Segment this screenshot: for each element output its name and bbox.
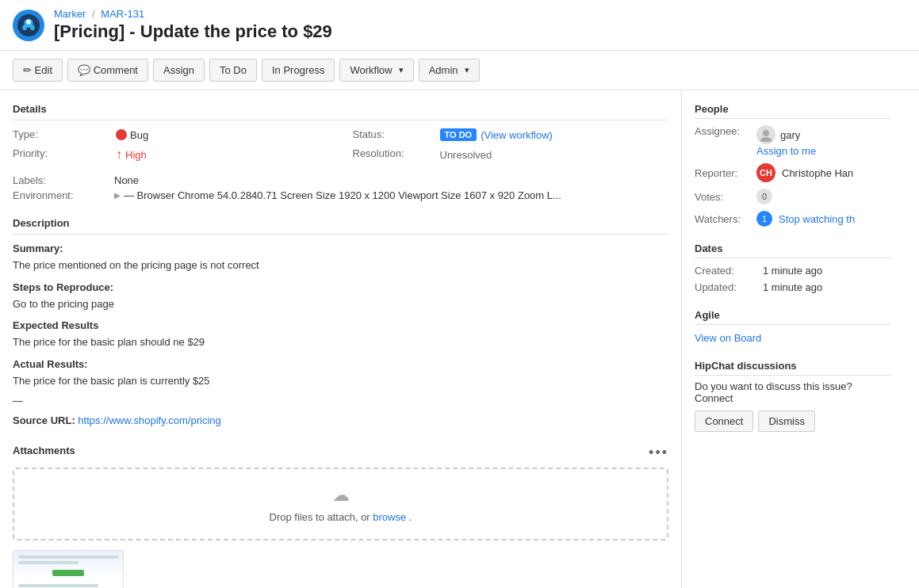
hipchat-section: HipChat discussions Do you want to discu… bbox=[695, 360, 891, 432]
attachment-thumbnail[interactable] bbox=[13, 550, 124, 589]
hipchat-dismiss-button[interactable]: Dismiss bbox=[758, 410, 815, 432]
browse-link[interactable]: browse bbox=[373, 511, 406, 523]
actual-label: Actual Results: bbox=[13, 358, 668, 370]
updated-label: Updated: bbox=[695, 281, 758, 293]
environment-value: ▶ — Browser Chrome 54.0.2840.71 Screen S… bbox=[114, 189, 668, 201]
attachments-more-button[interactable]: ••• bbox=[649, 445, 668, 461]
svg-point-4 bbox=[30, 25, 35, 30]
expected-text: The price for the basic plan should ne $… bbox=[13, 334, 668, 350]
type-text: Bug bbox=[130, 129, 148, 141]
view-workflow-link[interactable]: (View workflow) bbox=[481, 129, 553, 141]
reporter-avatar: CH bbox=[756, 163, 775, 182]
steps-label: Steps to Reproduce: bbox=[13, 281, 668, 293]
hipchat-text: Do you want to discuss this issue? Conne… bbox=[695, 380, 891, 404]
people-title: People bbox=[695, 103, 891, 119]
workflow-button[interactable]: Workflow bbox=[339, 59, 413, 82]
summary-label: Summary: bbox=[13, 242, 668, 254]
comment-button[interactable]: 💬 Comment bbox=[67, 59, 148, 82]
edit-button[interactable]: ✏ Edit bbox=[13, 59, 63, 82]
bug-icon bbox=[116, 129, 127, 140]
environment-label: Environment: bbox=[13, 189, 108, 201]
divider: — bbox=[13, 395, 668, 407]
breadcrumb-separator: / bbox=[92, 8, 95, 20]
steps-text: Go to the pricing page bbox=[13, 296, 668, 312]
watchers-label: Watchers: bbox=[695, 213, 750, 225]
hipchat-connect-button[interactable]: Connect bbox=[695, 410, 753, 432]
assignee-label: Assignee: bbox=[695, 125, 750, 137]
drop-suffix: . bbox=[409, 511, 412, 523]
drop-zone[interactable]: ☁ Drop files to attach, or browse . bbox=[13, 468, 668, 540]
dates-grid: Created: 1 minute ago Updated: 1 minute … bbox=[695, 265, 891, 293]
resolution-label: Resolution: bbox=[353, 147, 432, 162]
attachments-section: Attachments ••• ☁ Drop files to attach, … bbox=[13, 445, 668, 589]
environment-row: Environment: ▶ — Browser Chrome 54.0.284… bbox=[13, 189, 668, 201]
drop-text-label: Drop files to attach, or bbox=[270, 511, 370, 523]
votes-label: Votes: bbox=[695, 191, 750, 203]
reporter-name: Christophe Han bbox=[782, 167, 853, 179]
hipchat-buttons: Connect Dismiss bbox=[695, 410, 891, 432]
labels-label: Labels: bbox=[13, 174, 108, 186]
environment-text: — Browser Chrome 54.0.2840.71 Screen Siz… bbox=[124, 189, 561, 201]
priority-value: ↑ High bbox=[116, 147, 345, 162]
people-section: People Assignee: gary Assign to me Repor… bbox=[695, 103, 891, 227]
attachments-header: Attachments ••• bbox=[13, 445, 668, 461]
type-value: Bug bbox=[116, 128, 345, 141]
view-on-board-link[interactable]: View on Board bbox=[695, 332, 761, 344]
expected-label: Expected Results bbox=[13, 319, 668, 331]
breadcrumb-issue-id[interactable]: MAR-131 bbox=[101, 8, 144, 20]
breadcrumb-project[interactable]: Marker bbox=[54, 8, 86, 20]
attachments-title: Attachments bbox=[13, 445, 75, 461]
stop-watching-link[interactable]: Stop watching th bbox=[779, 213, 855, 225]
details-section: Details Type: Bug Status: TO DO (View wo… bbox=[13, 103, 668, 201]
svg-point-2 bbox=[26, 20, 31, 25]
assign-to-me-link[interactable]: Assign to me bbox=[756, 145, 816, 157]
assignee-name: gary bbox=[780, 129, 800, 141]
priority-label: Priority: bbox=[13, 147, 108, 162]
assignee-avatar bbox=[756, 125, 775, 144]
type-label: Type: bbox=[13, 128, 108, 141]
votes-badge: 0 bbox=[756, 189, 772, 204]
dates-title: Dates bbox=[695, 242, 891, 258]
dates-section: Dates Created: 1 minute ago Updated: 1 m… bbox=[695, 242, 891, 293]
svg-point-6 bbox=[760, 137, 772, 142]
inprogress-button[interactable]: In Progress bbox=[262, 59, 335, 82]
issue-title: [Pricing] - Update the price to $29 bbox=[54, 21, 332, 42]
watchers-badge: 1 bbox=[756, 211, 772, 227]
assign-button[interactable]: Assign bbox=[153, 59, 205, 82]
source-url-link[interactable]: https://www.shopify.com/pricing bbox=[78, 414, 220, 426]
priority-text: High bbox=[125, 149, 147, 161]
expand-arrow-icon[interactable]: ▶ bbox=[114, 191, 121, 200]
priority-icon: ↑ bbox=[116, 147, 122, 162]
agile-section: Agile View on Board bbox=[695, 309, 891, 344]
toolbar: ✏ Edit 💬 Comment Assign To Do In Progres… bbox=[0, 51, 919, 90]
source-label: Source URL: bbox=[13, 414, 75, 426]
details-title: Details bbox=[13, 103, 668, 120]
votes-row: Votes: 0 bbox=[695, 189, 891, 204]
status-badge: TO DO bbox=[440, 128, 477, 141]
updated-value: 1 minute ago bbox=[763, 281, 891, 293]
description-title: Description bbox=[13, 217, 668, 235]
actual-text: The price for the basic plan is currentl… bbox=[13, 373, 668, 389]
status-label: Status: bbox=[353, 128, 432, 141]
resolution-value: Unresolved bbox=[440, 147, 669, 162]
sidebar: People Assignee: gary Assign to me Repor… bbox=[682, 90, 904, 588]
app-logo bbox=[13, 10, 44, 41]
svg-point-5 bbox=[763, 130, 769, 136]
hipchat-title: HipChat discussions bbox=[695, 360, 891, 376]
watchers-row: Watchers: 1 Stop watching th bbox=[695, 211, 891, 227]
status-value: TO DO (View workflow) bbox=[440, 128, 669, 141]
reporter-label: Reporter: bbox=[695, 167, 750, 179]
agile-title: Agile bbox=[695, 309, 891, 325]
main-content: Details Type: Bug Status: TO DO (View wo… bbox=[0, 90, 682, 588]
summary-text: The price mentioned on the pricing page … bbox=[13, 258, 668, 273]
source-url-row: Source URL: https://www.shopify.com/pric… bbox=[13, 413, 668, 429]
drop-text: Drop files to attach, or browse . bbox=[270, 511, 412, 523]
svg-point-3 bbox=[22, 25, 27, 30]
description-section: Description Summary: The price mentioned… bbox=[13, 217, 668, 429]
labels-row: Labels: None bbox=[13, 174, 668, 186]
admin-button[interactable]: Admin bbox=[419, 59, 480, 82]
created-label: Created: bbox=[695, 265, 758, 277]
todo-button[interactable]: To Do bbox=[209, 59, 257, 82]
created-value: 1 minute ago bbox=[763, 265, 891, 277]
breadcrumb: Marker / MAR-131 bbox=[54, 8, 332, 20]
